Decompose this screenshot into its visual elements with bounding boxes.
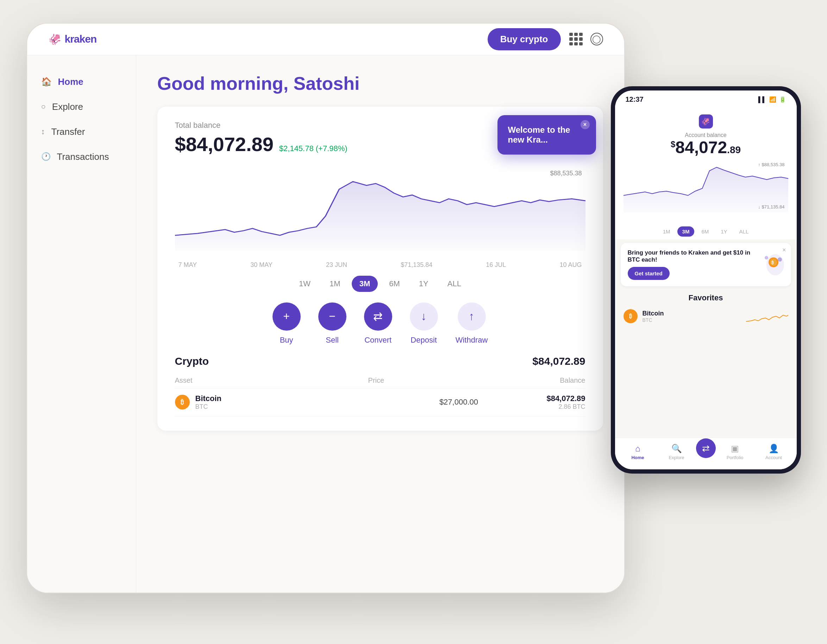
withdraw-circle: ↑ [458,303,486,331]
wifi-icon: 📶 [769,96,776,103]
phone-nav-explore[interactable]: 🔍 Explore [657,444,696,460]
sidebar-item-transfer[interactable]: ↕ Transfer [27,119,136,144]
x-label-4: 16 JUL [486,261,506,269]
referral-art: ₿ [756,253,784,277]
sidebar-item-transactions[interactable]: 🕐 Transactions [27,144,136,169]
convert-circle: ⇄ [364,303,392,331]
referral-text: Bring your friends to Kraken and get $10… [628,249,751,280]
phone-period-1m[interactable]: 1M [658,226,675,237]
sell-action[interactable]: − Sell [318,303,346,345]
topbar-right: Buy crypto ◯ [488,28,603,50]
phone-top: 🦑 Account balance $84,072.89 [615,109,797,224]
svg-point-4 [778,257,782,262]
col-balance: Balance [560,376,585,385]
bitcoin-fav-icon: ₿ [624,309,638,323]
phone-time: 12:37 [626,95,644,103]
balance-chart [175,166,585,251]
phone-chart-low: ↓ $71,135.84 [758,204,784,209]
phone-status-icons: ▌▌ 📶 🔋 [758,96,786,103]
btc-balance-crypto: 2.86 BTC [546,403,585,410]
referral-cta-button[interactable]: Get started [628,267,669,280]
buy-label: Buy [280,335,293,345]
phone-nav-explore-label: Explore [669,455,684,460]
sell-label: Sell [326,335,339,345]
phone-statusbar: 12:37 ▌▌ 📶 🔋 [615,90,797,109]
period-6m[interactable]: 6M [381,276,408,292]
balance-main: $84,072.89 [175,133,273,156]
phone-period-1y[interactable]: 1Y [716,226,732,237]
withdraw-action[interactable]: ↑ Withdraw [456,303,488,345]
period-1y[interactable]: 1Y [411,276,436,292]
grid-icon[interactable] [569,33,582,45]
kraken-logo-mark: 🦑 [48,33,61,45]
deposit-action[interactable]: ↓ Deposit [410,303,438,345]
sell-circle: − [318,303,346,331]
phone-screen: 12:37 ▌▌ 📶 🔋 🦑 Account balance $84,072.8… [615,90,797,469]
table-row[interactable]: ₿ Bitcoin BTC $27,000.00 $84,072.89 2.86… [175,388,585,416]
buy-circle: + [273,303,301,331]
sidebar: 🏠 Home ○ Explore ↕ Transfer 🕐 Transactio… [27,55,136,593]
welcome-banner-close[interactable]: × [580,120,590,129]
favorites-title: Favorites [624,293,788,303]
phone-nav-account-label: Account [765,455,782,460]
tablet: 🦑 kraken Buy crypto ◯ 🏠 Home [27,23,625,593]
balance-dollar-sign: $ [671,139,675,149]
col-asset: Asset [175,376,193,385]
btc-info: Bitcoin BTC [195,394,371,410]
btc-balance: $84,072.89 2.86 BTC [546,394,585,410]
phone-home-icon: ⌂ [635,444,640,454]
sidebar-item-explore[interactable]: ○ Explore [27,94,136,119]
transactions-icon: 🕐 [41,152,51,161]
phone-period-6m[interactable]: 6M [696,226,714,237]
phone-chart-area: ↑ $88,535.38 ↓ $71,135.84 [624,160,788,217]
sidebar-label-transfer: Transfer [51,126,85,137]
period-all[interactable]: ALL [440,276,469,292]
period-3m[interactable]: 3M [352,276,378,292]
phone: 12:37 ▌▌ 📶 🔋 🦑 Account balance $84,072.8… [611,86,801,474]
svg-point-5 [765,256,768,259]
buy-crypto-button[interactable]: Buy crypto [488,28,561,50]
balance-change: $2,145.78 (+7.98%) [279,144,348,153]
x-label-2: 23 JUN [326,261,347,269]
user-icon[interactable]: ◯ [590,33,603,45]
sidebar-item-home[interactable]: 🏠 Home [27,69,136,94]
period-1m[interactable]: 1M [322,276,348,292]
referral-close-icon[interactable]: × [782,246,786,254]
convert-label: Convert [364,335,392,345]
buy-action[interactable]: + Buy [273,303,301,345]
phone-kraken-icon: 🦑 [624,114,788,128]
crypto-section-title: Crypto [175,355,209,367]
chart-high-label: $88,535.38 [550,170,582,177]
deposit-label: Deposit [410,335,437,345]
x-label-5: 10 AUG [559,261,582,269]
phone-explore-icon: 🔍 [671,444,682,454]
x-label-0: 7 MAY [178,261,197,269]
action-buttons: + Buy − Sell ⇄ Convert ↓ [175,303,585,345]
phone-nav-home[interactable]: ⌂ Home [619,444,657,460]
kraken-app-icon: 🦑 [699,114,713,128]
btc-price: $27,000.00 [371,398,546,407]
crypto-section-total: $84,072.89 [532,355,585,367]
fav-bitcoin-info: Bitcoin BTC [643,310,741,323]
convert-action[interactable]: ⇄ Convert [364,303,392,345]
phone-nav-account[interactable]: 👤 Account [754,444,793,460]
balance-whole: 84,072 [675,138,727,157]
phone-nav-convert-button[interactable]: ⇄ [696,438,716,458]
phone-period-3m[interactable]: 3M [677,226,694,237]
fav-ticker: BTC [643,317,741,323]
phone-nav-portfolio[interactable]: ▣ Portfolio [716,444,754,460]
btc-icon: ₿ [175,395,190,410]
transfer-icon: ↕ [41,127,45,136]
home-icon: 🏠 [41,77,52,87]
phone-balance-label: Account balance [624,132,788,138]
period-1w[interactable]: 1W [291,276,318,292]
phone-bottom-nav: ⌂ Home 🔍 Explore ⇄ ▣ Portfolio 👤 Account [615,438,797,469]
x-label-3: $71,135.84 [401,261,432,269]
phone-balance-main: $84,072.89 [624,138,788,157]
btc-ticker: BTC [195,403,371,410]
phone-period-all[interactable]: ALL [734,226,754,237]
phone-account-icon: 👤 [769,444,779,454]
list-item[interactable]: ₿ Bitcoin BTC [624,307,788,325]
page-title: Good morning, Satoshi [158,73,603,94]
asset-table-header: Asset Price Balance [175,373,585,388]
